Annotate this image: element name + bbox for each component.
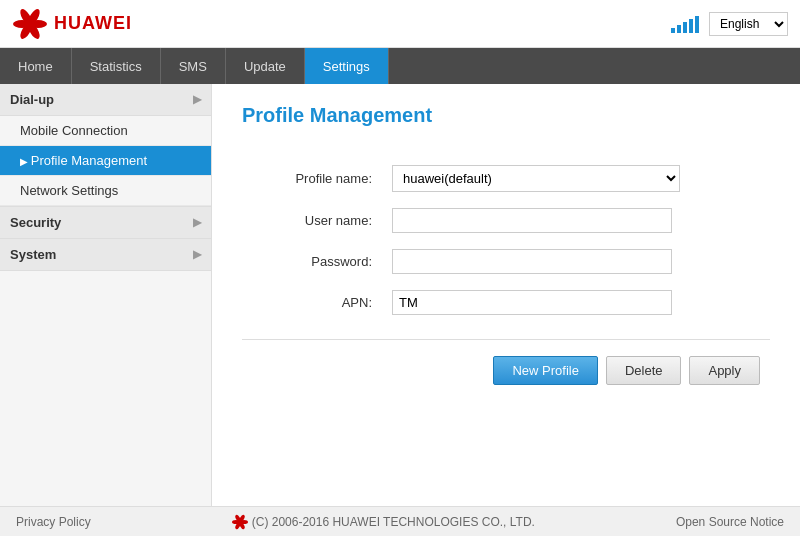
privacy-policy-link[interactable]: Privacy Policy	[16, 515, 91, 529]
dialup-header[interactable]: Dial-up ▶	[0, 84, 211, 116]
button-row: New Profile Delete Apply	[242, 356, 770, 385]
password-label: Password:	[242, 241, 382, 282]
security-label: Security	[10, 215, 61, 230]
username-input[interactable]	[392, 208, 672, 233]
page-title: Profile Management	[242, 104, 770, 137]
nav-settings[interactable]: Settings	[305, 48, 389, 84]
svg-point-5	[13, 20, 31, 28]
profile-name-label: Profile name:	[242, 157, 382, 200]
username-label: User name:	[242, 200, 382, 241]
new-profile-button[interactable]: New Profile	[493, 356, 597, 385]
footer: Privacy Policy (C) 2006-2016 HUAWEI TECH…	[0, 506, 800, 536]
security-header[interactable]: Security ▶	[0, 207, 211, 238]
nav-update[interactable]: Update	[226, 48, 305, 84]
footer-logo: (C) 2006-2016 HUAWEI TECHNOLOGIES CO., L…	[232, 514, 535, 530]
profile-name-select[interactable]: huawei(default)	[392, 165, 680, 192]
signal-bar-3	[683, 22, 687, 33]
content-area: Profile Management Profile name: huawei(…	[212, 84, 800, 506]
footer-copyright: (C) 2006-2016 HUAWEI TECHNOLOGIES CO., L…	[252, 515, 535, 529]
top-bar: HUAWEI English Chinese	[0, 0, 800, 48]
sidebar-item-mobile-connection[interactable]: Mobile Connection	[0, 116, 211, 146]
signal-bar-2	[677, 25, 681, 33]
username-cell	[382, 200, 770, 241]
logo-area: HUAWEI	[12, 6, 132, 42]
apn-cell	[382, 282, 770, 323]
security-arrow: ▶	[193, 216, 201, 229]
delete-button[interactable]: Delete	[606, 356, 682, 385]
apn-row: APN:	[242, 282, 770, 323]
system-arrow: ▶	[193, 248, 201, 261]
dialup-arrow: ▶	[193, 93, 201, 106]
nav-home[interactable]: Home	[0, 48, 72, 84]
signal-bar-5	[695, 16, 699, 33]
profile-name-cell: huawei(default)	[382, 157, 770, 200]
svg-point-11	[232, 520, 240, 524]
top-right: English Chinese	[671, 12, 788, 36]
open-source-link[interactable]: Open Source Notice	[676, 515, 784, 529]
language-select[interactable]: English Chinese	[709, 12, 788, 36]
nav-sms[interactable]: SMS	[161, 48, 226, 84]
signal-bars	[671, 15, 699, 33]
system-header[interactable]: System ▶	[0, 239, 211, 270]
huawei-logo-icon	[12, 6, 48, 42]
sidebar-section-dialup: Dial-up ▶ Mobile Connection Profile Mana…	[0, 84, 211, 207]
signal-bar-4	[689, 19, 693, 33]
sidebar-section-security: Security ▶	[0, 207, 211, 239]
sidebar-item-network-settings[interactable]: Network Settings	[0, 176, 211, 206]
password-input[interactable]	[392, 249, 672, 274]
footer-huawei-icon	[232, 514, 248, 530]
form-divider	[242, 339, 770, 340]
apn-input[interactable]	[392, 290, 672, 315]
profile-form: Profile name: huawei(default) User name:…	[242, 157, 770, 323]
logo-text: HUAWEI	[54, 13, 132, 34]
main-layout: Dial-up ▶ Mobile Connection Profile Mana…	[0, 84, 800, 506]
dialup-label: Dial-up	[10, 92, 54, 107]
password-cell	[382, 241, 770, 282]
password-row: Password:	[242, 241, 770, 282]
nav-statistics[interactable]: Statistics	[72, 48, 161, 84]
sidebar-item-profile-management[interactable]: Profile Management	[0, 146, 211, 176]
profile-name-row: Profile name: huawei(default)	[242, 157, 770, 200]
signal-bar-1	[671, 28, 675, 33]
apply-button[interactable]: Apply	[689, 356, 760, 385]
sidebar: Dial-up ▶ Mobile Connection Profile Mana…	[0, 84, 212, 506]
apn-label: APN:	[242, 282, 382, 323]
nav-bar: Home Statistics SMS Update Settings	[0, 48, 800, 84]
sidebar-section-system: System ▶	[0, 239, 211, 271]
system-label: System	[10, 247, 56, 262]
username-row: User name:	[242, 200, 770, 241]
